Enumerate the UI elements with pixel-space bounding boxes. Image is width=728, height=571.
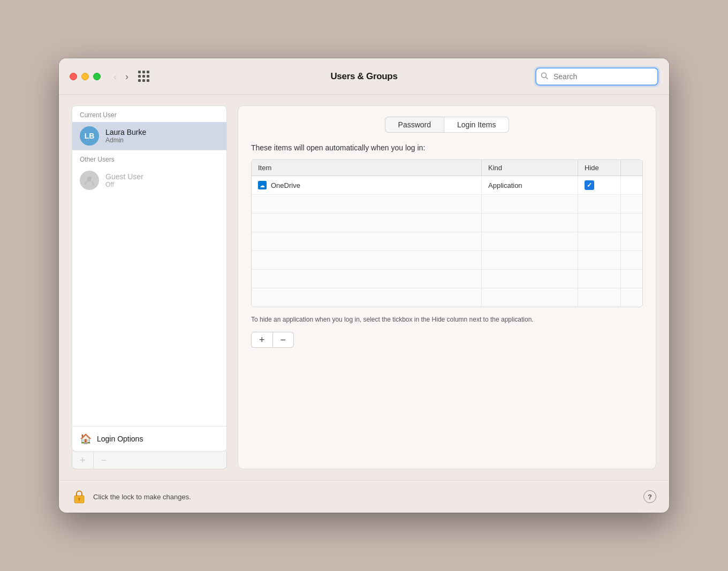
add-item-button[interactable]: +	[251, 332, 272, 348]
empty-row-2	[252, 214, 642, 232]
avatar-lb: LB	[80, 126, 99, 146]
tab-password[interactable]: Password	[385, 117, 444, 133]
main-content: Current User LB Laura Burke Admin Other …	[59, 95, 669, 480]
col-kind: Kind	[482, 160, 578, 176]
remove-user-button[interactable]: −	[94, 452, 115, 469]
avatar-guest	[80, 171, 99, 190]
minimize-button[interactable]	[81, 73, 89, 80]
item-hide-cell[interactable]: ✓	[578, 176, 621, 194]
search-icon	[541, 72, 548, 81]
remove-item-button[interactable]: −	[272, 332, 294, 348]
empty-row-5	[252, 270, 642, 288]
guest-user-item[interactable]: Guest User Off	[72, 166, 226, 194]
current-user-role: Admin	[105, 136, 146, 144]
current-user-name: Laura Burke	[105, 128, 146, 136]
tab-login-items[interactable]: Login Items	[444, 117, 509, 133]
empty-row-1	[252, 195, 642, 214]
empty-row-4	[252, 251, 642, 270]
login-options-item[interactable]: 🏠 Login Options	[72, 426, 226, 451]
item-kind: Application	[488, 181, 522, 189]
guest-user-name: Guest User	[105, 172, 143, 181]
empty-row-3	[252, 232, 642, 251]
current-user-item[interactable]: LB Laura Burke Admin	[72, 122, 226, 150]
back-button[interactable]: ‹	[110, 70, 120, 83]
traffic-lights	[70, 73, 101, 80]
guest-user-role: Off	[105, 181, 143, 188]
current-user-info: Laura Burke Admin	[105, 128, 146, 144]
empty-row-6	[252, 288, 642, 307]
svg-point-2	[87, 177, 92, 181]
lock-button[interactable]	[72, 488, 87, 505]
item-kind-cell: Application	[482, 176, 578, 194]
grid-button[interactable]	[136, 68, 151, 84]
table-row[interactable]: ☁ OneDrive Application ✓	[252, 176, 642, 195]
detail-panel: Password Login Items These items will op…	[238, 105, 656, 469]
help-button[interactable]: ?	[643, 490, 656, 503]
tabs: Password Login Items	[251, 117, 643, 133]
lock-icon	[73, 489, 86, 504]
maximize-button[interactable]	[93, 73, 101, 80]
titlebar: ‹ › Users & Groups	[59, 58, 669, 95]
item-name: OneDrive	[271, 181, 300, 189]
current-user-header: Current User	[72, 106, 226, 122]
user-list: Current User LB Laura Burke Admin Other …	[72, 105, 227, 452]
table-toolbar: + −	[251, 332, 643, 348]
login-items-description: These items will open automatically when…	[251, 143, 643, 152]
guest-icon	[84, 174, 95, 186]
nav-buttons: ‹ ›	[110, 70, 132, 83]
onedrive-icon: ☁	[258, 181, 267, 189]
items-table: Item Kind Hide ☁ OneDrive Application	[251, 159, 643, 307]
col-hide: Hide	[578, 160, 621, 176]
checkmark-icon: ✓	[587, 182, 592, 188]
forward-button[interactable]: ›	[122, 70, 132, 83]
col-extra	[621, 160, 642, 176]
other-users-header: Other Users	[72, 150, 226, 166]
sidebar-toolbar: + −	[72, 452, 227, 469]
svg-line-1	[546, 77, 548, 79]
avatar-initials: LB	[85, 132, 95, 140]
item-extra-cell	[621, 176, 642, 194]
table-header: Item Kind Hide	[252, 160, 642, 176]
footer-note: To hide an application when you log in, …	[251, 315, 643, 324]
guest-user-info: Guest User Off	[105, 172, 143, 188]
close-button[interactable]	[70, 73, 77, 80]
window-title: Users & Groups	[330, 71, 397, 82]
sidebar: Current User LB Laura Burke Admin Other …	[72, 105, 227, 469]
login-options-icon: 🏠	[80, 433, 92, 445]
login-options-label: Login Options	[97, 435, 143, 443]
add-user-button[interactable]: +	[72, 452, 94, 469]
cloud-icon: ☁	[260, 182, 265, 188]
bottom-bar: Click the lock to make changes. ?	[59, 480, 669, 513]
lock-text: Click the lock to make changes.	[93, 493, 191, 501]
col-item: Item	[252, 160, 482, 176]
search-bar	[535, 67, 658, 86]
search-input[interactable]	[535, 67, 658, 86]
grid-icon	[138, 71, 149, 82]
hide-checkbox[interactable]: ✓	[585, 180, 594, 190]
item-name-cell: ☁ OneDrive	[252, 176, 482, 194]
main-window: ‹ › Users & Groups Curren	[59, 58, 669, 513]
